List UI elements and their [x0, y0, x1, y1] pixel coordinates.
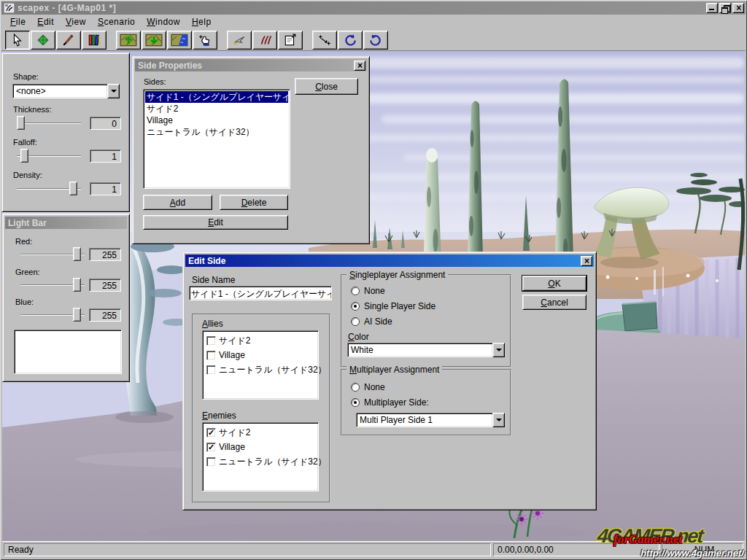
enemy-row[interactable]: Village: [205, 440, 318, 454]
sp-ai-side-option[interactable]: AI Side: [351, 316, 392, 327]
sides-listbox[interactable]: サイド1 -（シングルプレイヤーサイド） サイド2 Village ニュートラル…: [143, 89, 290, 189]
checkbox-checked-icon[interactable]: [206, 428, 216, 438]
model-place-button[interactable]: [227, 31, 252, 50]
blue-value[interactable]: 255: [89, 308, 121, 322]
delete-button[interactable]: Delete: [220, 195, 288, 210]
pointer-select-button[interactable]: [5, 31, 30, 50]
mp-none-option[interactable]: None: [351, 382, 385, 392]
numlock-indicator: NUM: [694, 545, 714, 555]
density-slider[interactable]: [17, 182, 81, 196]
window-titlebar[interactable]: scapex - [4G-Map01 *]: [1, 1, 746, 15]
color-combobox[interactable]: White: [347, 343, 505, 357]
radio-icon[interactable]: [351, 287, 360, 295]
edit-button[interactable]: Edit: [143, 215, 288, 230]
light-bar-titlebar[interactable]: Light Bar: [5, 217, 127, 229]
restore-button[interactable]: [719, 3, 731, 13]
slider-thumb[interactable]: [73, 247, 81, 261]
properties-sheet-button[interactable]: [278, 31, 303, 50]
chevron-down-icon[interactable]: [492, 413, 505, 427]
diamond-tool-button[interactable]: [31, 31, 55, 50]
radio-selected-icon[interactable]: [351, 302, 360, 311]
enemy-row[interactable]: ニュートラル（サイド32）: [205, 454, 318, 469]
checkbox-icon[interactable]: [206, 336, 216, 346]
sides-label: Sides:: [144, 77, 166, 86]
allies-listbox[interactable]: サイド2 Village ニュートラル（サイド32）: [202, 330, 319, 400]
multiplayer-side-combobox[interactable]: Multi Player Side 1: [356, 413, 505, 427]
radio-icon[interactable]: [351, 317, 360, 326]
thickness-value[interactable]: 0: [90, 117, 121, 130]
enemies-listbox[interactable]: サイド2 Village ニュートラル（サイド32）: [202, 422, 319, 491]
terrain-lower-button[interactable]: [142, 31, 166, 50]
side-properties-titlebar[interactable]: Side Properties: [135, 59, 367, 71]
texture-books-button[interactable]: [82, 31, 107, 50]
sp-single-player-option[interactable]: Single Player Side: [351, 301, 436, 311]
rotate-cw-button[interactable]: [338, 31, 363, 50]
ok-button[interactable]: OK: [522, 276, 587, 291]
blue-slider[interactable]: [20, 308, 85, 322]
ally-row[interactable]: サイド2: [205, 333, 318, 348]
enemy-row[interactable]: サイド2: [205, 425, 318, 440]
menu-window[interactable]: Window: [141, 15, 186, 28]
terrain-lower-icon: [145, 34, 163, 47]
radio-icon[interactable]: [351, 383, 360, 392]
pan-hand-button[interactable]: [193, 31, 217, 50]
list-item[interactable]: ニュートラル（サイド32）: [145, 126, 288, 138]
waypoint-path-button[interactable]: [312, 31, 337, 50]
close-button[interactable]: Close: [295, 78, 358, 95]
slider-thumb[interactable]: [73, 278, 81, 292]
edit-side-close-button[interactable]: [581, 256, 592, 266]
falloff-value[interactable]: 1: [90, 149, 121, 163]
chevron-down-icon[interactable]: [107, 84, 120, 98]
brush-tool-button[interactable]: [56, 31, 81, 50]
green-slider[interactable]: [20, 278, 85, 292]
sp-none-option[interactable]: None: [351, 286, 385, 296]
menu-edit[interactable]: Edit: [31, 15, 60, 28]
side-name-input[interactable]: サイド1 -（シングルプレイヤーサイド）: [189, 286, 332, 300]
radio-label: None: [364, 382, 385, 392]
cancel-button[interactable]: Cancel: [522, 295, 587, 310]
list-item[interactable]: サイド2: [145, 103, 288, 114]
list-item[interactable]: Village: [145, 114, 288, 126]
radio-selected-icon[interactable]: [351, 398, 360, 407]
edit-side-titlebar[interactable]: Edit Side: [185, 254, 594, 267]
density-value[interactable]: 1: [90, 182, 121, 195]
mp-side-option[interactable]: Multiplayer Side:: [351, 397, 429, 408]
side-properties-close-button[interactable]: [354, 61, 365, 71]
menu-scenario[interactable]: Scenario: [92, 15, 141, 28]
side-properties-dialog: Side Properties Sides: サイド1 -（シングルプレイヤーサ…: [132, 56, 370, 244]
chevron-down-icon[interactable]: [492, 343, 505, 357]
rotate-ccw-icon: [367, 34, 384, 47]
slider-thumb[interactable]: [73, 308, 81, 322]
checkbox-checked-icon[interactable]: [206, 443, 216, 452]
falloff-slider[interactable]: [17, 149, 81, 163]
status-message: Ready: [8, 545, 34, 555]
list-item[interactable]: サイド1 -（シングルプレイヤーサイド）: [145, 91, 288, 103]
diamond-tool-icon: [34, 34, 52, 47]
checkbox-icon[interactable]: [206, 351, 216, 360]
close-button[interactable]: [732, 3, 744, 13]
slider-thumb[interactable]: [20, 149, 28, 163]
menu-file[interactable]: File: [4, 15, 31, 28]
terrain-raise-button[interactable]: [116, 31, 141, 50]
slider-thumb[interactable]: [17, 116, 25, 130]
red-value[interactable]: 255: [89, 248, 121, 261]
menu-help[interactable]: Help: [186, 15, 217, 28]
ally-row[interactable]: ニュートラル（サイド32）: [205, 362, 318, 377]
green-value[interactable]: 255: [89, 279, 121, 292]
minimize-button[interactable]: [706, 3, 718, 13]
terrain-water-button[interactable]: [167, 31, 192, 50]
rotate-ccw-button[interactable]: [363, 31, 388, 50]
menu-view[interactable]: View: [60, 15, 92, 28]
waypoint-path-icon: [316, 34, 333, 47]
window-title: scapex - [4G-Map01 *]: [18, 3, 116, 13]
thickness-slider[interactable]: [17, 116, 81, 131]
shape-combobox[interactable]: <none>: [12, 84, 120, 98]
add-button[interactable]: Add: [143, 195, 212, 210]
checkbox-icon[interactable]: [206, 457, 216, 467]
checkbox-icon[interactable]: [206, 365, 216, 375]
pan-hand-icon: [196, 34, 214, 47]
slider-thumb[interactable]: [69, 182, 77, 195]
ally-row[interactable]: Village: [205, 348, 318, 362]
red-slider[interactable]: [20, 247, 85, 262]
smooth-strokes-button[interactable]: [252, 31, 277, 50]
